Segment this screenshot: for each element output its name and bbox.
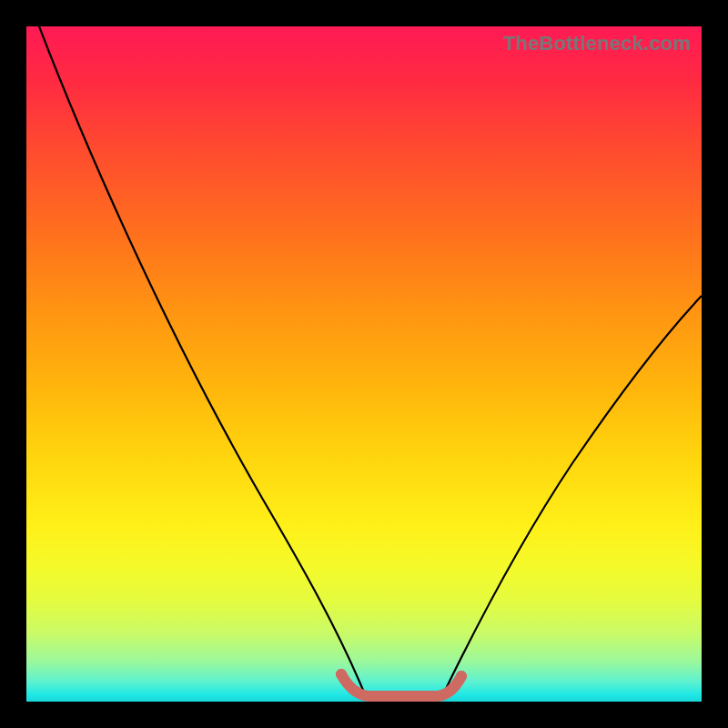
- highlight-cap-left: [336, 669, 347, 680]
- highlight-cap-right: [456, 671, 467, 682]
- right-curve: [443, 296, 702, 694]
- curve-layer: [26, 26, 702, 702]
- bottom-highlight: [341, 674, 461, 696]
- left-curve: [39, 26, 365, 694]
- chart-frame: TheBottleneck.com: [0, 0, 728, 728]
- plot-area: TheBottleneck.com: [26, 26, 702, 702]
